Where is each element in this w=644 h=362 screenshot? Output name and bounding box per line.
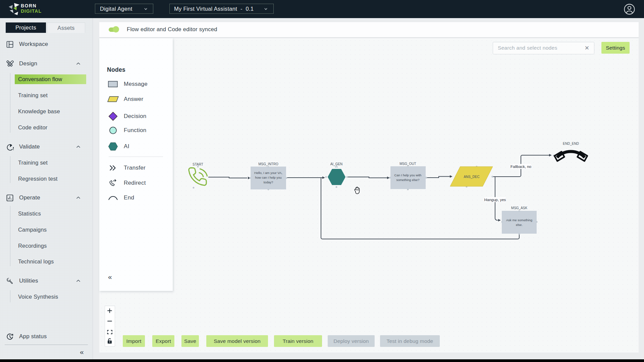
svg-text:START: START [193,163,203,166]
svg-text:MSG_ASK: MSG_ASK [511,206,528,210]
svg-text:BORN: BORN [21,3,37,8]
svg-text:DIGITAL: DIGITAL [21,8,42,14]
svg-text:MSG_OUT: MSG_OUT [399,162,416,166]
svg-text:how can I help you: how can I help you [255,176,281,179]
svg-text:Hangup, yes: Hangup, yes [484,198,506,202]
svg-text:ANS_DEC: ANS_DEC [464,175,479,179]
svg-text:AI_GEN: AI_GEN [330,162,343,166]
svg-text:Ask me something: Ask me something [506,218,532,222]
svg-text:END_END: END_END [563,142,579,145]
svg-text:else.: else. [516,223,523,227]
svg-text:Fallback, no: Fallback, no [511,165,531,169]
svg-text:today?: today? [264,180,273,184]
svg-text:Hello, I am your VA,: Hello, I am your VA, [254,171,282,175]
svg-text:something else?: something else? [396,178,419,182]
svg-text:MSG_INTRO: MSG_INTRO [258,162,278,166]
svg-text:Can I help you with: Can I help you with [394,173,422,177]
